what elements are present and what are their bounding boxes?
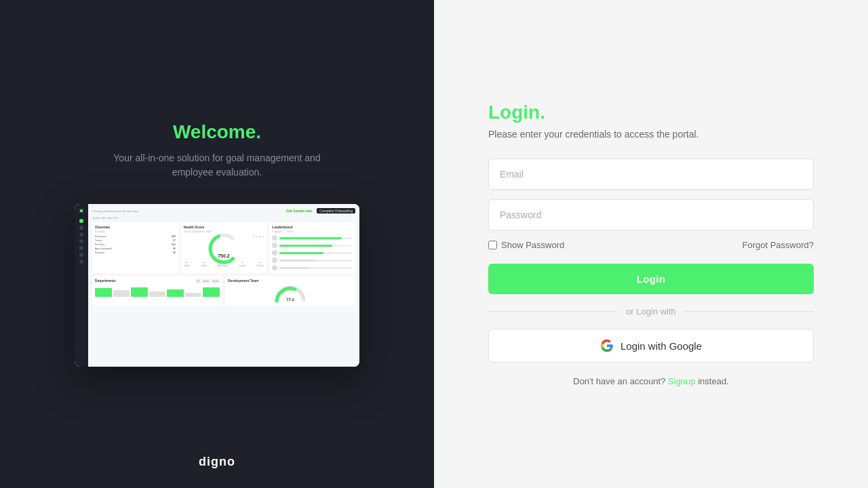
- overview-card: Overview Summary Employees698 Teams37 Po…: [92, 222, 178, 273]
- overview-row: Apps Integrated36: [95, 247, 176, 250]
- preview-main: Showing dashboard with Sample Data Add S…: [88, 204, 359, 367]
- dev-team-title: Development Team: [228, 279, 353, 283]
- leaderboard-row: [272, 265, 353, 270]
- sidebar-dot: [79, 246, 83, 250]
- sidebar-dot: [79, 219, 83, 223]
- preview-sidebar: [75, 204, 88, 367]
- leaderboard-avatar: [272, 250, 277, 256]
- leaderboard-row: [272, 243, 353, 248]
- brand-name: digno: [199, 455, 235, 469]
- sidebar-dot: [79, 239, 83, 243]
- google-icon: [600, 339, 614, 352]
- signup-link[interactable]: Signup: [668, 376, 695, 386]
- leaderboard-row: [272, 258, 353, 263]
- preview-tag: Add Sample data: [283, 208, 315, 214]
- leaderboard-title: Leaderboard: [272, 225, 353, 229]
- leaderboard-avatar: [272, 258, 277, 263]
- overview-row: Teams37: [95, 239, 176, 242]
- divider-text: or Login with: [626, 306, 676, 317]
- divider-line: [488, 311, 618, 312]
- health-score-card: Health Score Overall organization health…: [181, 222, 267, 273]
- overview-row: Rewards38: [95, 251, 176, 254]
- password-group: [488, 199, 814, 230]
- sidebar-dot: [79, 253, 83, 257]
- leaderboard-avatar: [272, 265, 277, 270]
- dev-team-card: Development Team 77.2: [225, 276, 355, 306]
- right-panel: Login. Please enter your credentials to …: [434, 0, 868, 488]
- google-login-button[interactable]: Login with Google: [488, 329, 814, 363]
- welcome-subtitle: Your all-in-one solution for goal manage…: [102, 151, 332, 180]
- preview-bottom-cards: Departments All Week Month: [92, 276, 355, 306]
- leaderboard-card: Leaderboard EmployeeTeams: [269, 222, 355, 273]
- google-button-label: Login with Google: [620, 340, 702, 352]
- overview-rows: Employees698 Teams37 Portfolios160 Apps …: [95, 235, 176, 254]
- preview-topbar: Showing dashboard with Sample Data Add S…: [92, 208, 355, 214]
- show-password-checkbox[interactable]: [488, 241, 497, 249]
- email-input[interactable]: [488, 159, 814, 190]
- overview-subtitle: Summary: [95, 230, 176, 233]
- dashboard-preview: Showing dashboard with Sample Data Add S…: [75, 204, 359, 367]
- sidebar-dot: [79, 232, 83, 237]
- preview-cards: Overview Summary Employees698 Teams37 Po…: [92, 222, 355, 273]
- email-group: [488, 159, 814, 190]
- signup-text: Don't have an account? Signup instead.: [488, 376, 814, 386]
- left-panel: Welcome. Your all-in-one solution for go…: [0, 0, 434, 488]
- preview-date: Today: 11th July 2021: [92, 216, 355, 220]
- form-options: Show Password Forgot Password?: [488, 240, 814, 250]
- leaderboard-avatar: [272, 235, 277, 241]
- login-form: Login. Please enter your credentials to …: [488, 102, 814, 386]
- welcome-title: Welcome.: [173, 121, 261, 143]
- preview-tag-dark: Complete Onboarding: [317, 208, 355, 214]
- divider: or Login with: [488, 306, 814, 317]
- dept-title: Departments: [95, 279, 116, 283]
- departments-card: Departments All Week Month: [92, 276, 222, 306]
- leaderboard-row: [272, 250, 353, 256]
- login-title: Login.: [488, 102, 814, 123]
- divider-line: [684, 311, 814, 312]
- show-password-label[interactable]: Show Password: [488, 240, 564, 250]
- login-subtitle: Please enter your credentials to access …: [488, 129, 814, 140]
- leaderboard-avatar: [272, 243, 277, 248]
- dept-bars: [95, 286, 220, 297]
- sidebar-dot: [79, 226, 83, 230]
- password-input[interactable]: [488, 199, 814, 230]
- overview-row: Employees698: [95, 235, 176, 238]
- overview-title: Overview: [95, 225, 176, 229]
- leaderboard-row: [272, 235, 353, 241]
- health-score-title: Health Score: [184, 225, 205, 229]
- sidebar-dot: [79, 260, 83, 264]
- login-button[interactable]: Login: [488, 264, 814, 294]
- health-score-number: 750.2: [218, 253, 230, 258]
- forgot-password-link[interactable]: Forgot Password?: [743, 240, 814, 250]
- leaderboard-rows: [272, 235, 353, 270]
- overview-row: Portfolios160: [95, 243, 176, 246]
